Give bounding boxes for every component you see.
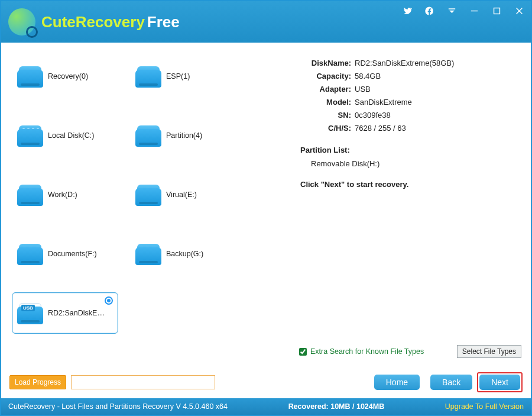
app-title: CuteRecoveryFree: [41, 13, 180, 31]
local-disk-icon: [17, 124, 43, 147]
drive-item[interactable]: Virual(E:): [130, 174, 236, 215]
disk-icon: [135, 65, 161, 88]
minimize-icon[interactable]: [468, 5, 480, 17]
back-button[interactable]: Back: [430, 375, 472, 390]
model-value: SanDiskExtreme: [355, 96, 523, 109]
status-bar: CuteRecovery - Lost Files and Partitions…: [1, 398, 531, 415]
adapter-label: Adapter:: [304, 83, 355, 96]
svg-rect-1: [494, 8, 499, 14]
status-left: CuteRecovery - Lost Files and Partitions…: [8, 402, 228, 411]
disk-icon: [135, 124, 161, 147]
drive-label: Virual(E:): [166, 191, 197, 199]
twitter-icon[interactable]: [401, 5, 413, 17]
capacity-value: 58.4GB: [355, 70, 523, 83]
status-recovered: Recovered: 10MB / 1024MB: [228, 402, 445, 411]
disk-icon: [17, 243, 43, 265]
progress-path-input[interactable]: [71, 375, 215, 389]
drive-label: Partition(4): [166, 131, 202, 140]
usb-drive-icon: USB: [17, 302, 43, 324]
disk-info-table: DiskName:RD2:SanDiskExtreme(58GB) Capaci…: [304, 57, 523, 135]
drive-label: Documents(F:): [48, 250, 97, 258]
footer-bar: Load Progress Home Back Next: [1, 367, 531, 398]
extra-search-row: Extra Search for Known File Types Select…: [298, 345, 523, 360]
app-title-main: CuteRecovery: [41, 13, 145, 31]
disk-icon: [135, 243, 161, 265]
disk-icon: [135, 183, 161, 206]
model-label: Model:: [304, 96, 355, 109]
content-area: Recovery(0)ESP(1)Local Disk(C:)Partition…: [1, 43, 531, 367]
facebook-icon[interactable]: [423, 5, 435, 17]
home-button[interactable]: Home: [374, 375, 420, 390]
diskname-label: DiskName:: [304, 57, 355, 70]
upgrade-link[interactable]: Upgrade To Full Version: [445, 402, 524, 411]
drive-label: Recovery(0): [48, 72, 88, 80]
drive-item[interactable]: USBRD2:SanDiskEx...: [12, 292, 118, 334]
logo-icon: [8, 8, 35, 36]
drive-radio[interactable]: [105, 296, 113, 305]
drive-list-pane: Recovery(0)ESP(1)Local Disk(C:)Partition…: [9, 53, 294, 363]
drive-item[interactable]: Work(D:): [12, 174, 118, 215]
partition-list-header: Partition List:: [300, 146, 523, 154]
details-pane: DiskName:RD2:SanDiskExtreme(58GB) Capaci…: [294, 53, 525, 363]
adapter-value: USB: [355, 83, 523, 96]
close-icon[interactable]: [513, 5, 525, 17]
sn-label: SN:: [304, 109, 355, 122]
titlebar: CuteRecoveryFree: [1, 1, 531, 43]
drive-item[interactable]: Backup(G:): [130, 233, 236, 275]
drive-label: Backup(G:): [166, 250, 203, 258]
maximize-icon[interactable]: [491, 5, 502, 17]
menu-dropdown-icon[interactable]: [446, 5, 458, 17]
partition-item[interactable]: Removable Disk(H:): [311, 159, 523, 168]
drive-item[interactable]: ESP(1): [130, 56, 236, 97]
next-button[interactable]: Next: [479, 375, 520, 390]
diskname-value: RD2:SanDiskExtreme(58GB): [355, 57, 523, 70]
extra-search-checkbox-label[interactable]: Extra Search for Known File Types: [299, 347, 424, 356]
disk-icon: [17, 183, 43, 206]
app-window: CuteRecoveryFree Recovery(0)ESP(1)Local …: [0, 0, 532, 416]
sn-value: 0c309fe38: [355, 109, 523, 122]
drive-item[interactable]: Local Disk(C:): [12, 115, 118, 156]
capacity-label: Capacity:: [304, 70, 355, 83]
svg-rect-0: [471, 10, 477, 11]
disk-icon: [17, 65, 43, 88]
next-button-highlight: Next: [477, 372, 523, 392]
window-controls: [401, 5, 525, 17]
app-title-sub: Free: [147, 13, 180, 31]
drive-grid: Recovery(0)ESP(1)Local Disk(C:)Partition…: [9, 53, 292, 363]
start-recovery-message: Click "Next" to start recovery.: [300, 180, 523, 189]
load-progress-button[interactable]: Load Progress: [9, 375, 66, 389]
drive-item[interactable]: Documents(F:): [12, 233, 118, 275]
drive-item[interactable]: Recovery(0): [12, 56, 118, 97]
chs-label: C/H/S:: [304, 122, 355, 135]
select-file-types-button[interactable]: Select File Types: [457, 345, 521, 358]
app-logo: CuteRecoveryFree: [8, 8, 180, 36]
extra-search-checkbox[interactable]: [299, 348, 307, 356]
drive-label: Work(D:): [48, 191, 77, 199]
drive-label: RD2:SanDiskEx...: [48, 309, 107, 317]
extra-search-text: Extra Search for Known File Types: [310, 347, 424, 356]
drive-item[interactable]: Partition(4): [130, 115, 236, 156]
drive-label: Local Disk(C:): [48, 131, 95, 140]
chs-value: 7628 / 255 / 63: [355, 122, 523, 135]
drive-label: ESP(1): [166, 72, 190, 80]
